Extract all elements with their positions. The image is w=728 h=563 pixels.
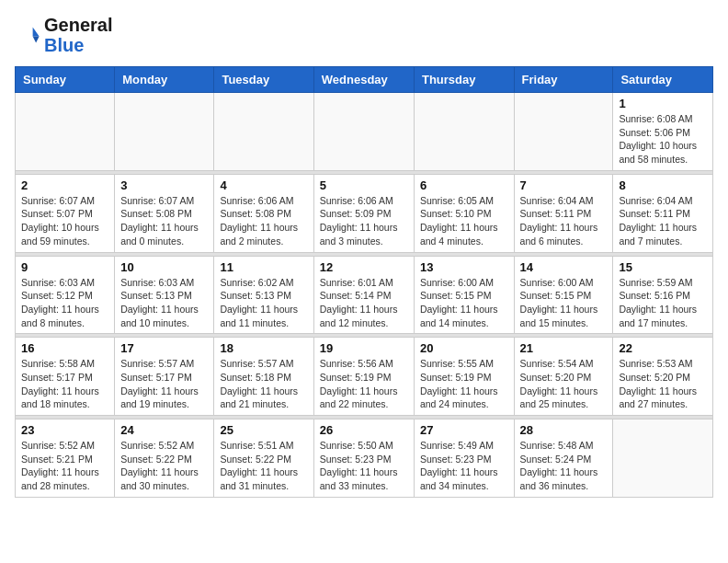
calendar-cell [16,93,115,171]
calendar-cell: 27Sunrise: 5:49 AM Sunset: 5:23 PM Dayli… [414,419,514,498]
weekday-header-tuesday: Tuesday [214,67,313,93]
logo-icon [15,22,40,48]
day-number: 7 [520,178,608,192]
day-number: 20 [420,341,508,355]
calendar-cell: 21Sunrise: 5:54 AM Sunset: 5:20 PM Dayli… [514,338,613,416]
calendar-week-1: 1Sunrise: 6:08 AM Sunset: 5:06 PM Daylig… [16,93,713,171]
day-info: Sunrise: 6:01 AM Sunset: 5:14 PM Dayligh… [320,276,408,330]
day-info: Sunrise: 5:52 AM Sunset: 5:22 PM Dayligh… [120,439,208,493]
day-number: 19 [320,341,408,355]
day-info: Sunrise: 5:53 AM Sunset: 5:20 PM Dayligh… [619,357,707,411]
calendar-cell: 1Sunrise: 6:08 AM Sunset: 5:06 PM Daylig… [613,93,713,171]
weekday-header-monday: Monday [115,67,214,93]
calendar-cell: 22Sunrise: 5:53 AM Sunset: 5:20 PM Dayli… [613,338,713,416]
day-info: Sunrise: 5:49 AM Sunset: 5:23 PM Dayligh… [420,439,508,493]
day-info: Sunrise: 6:06 AM Sunset: 5:09 PM Dayligh… [320,194,408,248]
calendar-week-3: 9Sunrise: 6:03 AM Sunset: 5:12 PM Daylig… [16,256,713,334]
svg-marker-0 [33,28,40,37]
day-number: 5 [320,178,408,192]
calendar-cell: 13Sunrise: 6:00 AM Sunset: 5:15 PM Dayli… [414,256,514,334]
day-number: 16 [21,341,108,355]
calendar-header-row: SundayMondayTuesdayWednesdayThursdayFrid… [16,67,713,93]
calendar-cell: 12Sunrise: 6:01 AM Sunset: 5:14 PM Dayli… [313,256,414,334]
calendar-cell: 3Sunrise: 6:07 AM Sunset: 5:08 PM Daylig… [115,174,214,252]
calendar-cell: 25Sunrise: 5:51 AM Sunset: 5:22 PM Dayli… [214,419,313,498]
day-info: Sunrise: 6:00 AM Sunset: 5:15 PM Dayligh… [420,276,508,330]
day-number: 23 [21,423,108,437]
calendar-cell: 19Sunrise: 5:56 AM Sunset: 5:19 PM Dayli… [313,338,414,416]
calendar-cell [115,93,214,171]
calendar-cell: 26Sunrise: 5:50 AM Sunset: 5:23 PM Dayli… [313,419,414,498]
day-info: Sunrise: 5:56 AM Sunset: 5:19 PM Dayligh… [320,357,408,411]
day-info: Sunrise: 5:55 AM Sunset: 5:19 PM Dayligh… [420,357,508,411]
day-info: Sunrise: 5:57 AM Sunset: 5:18 PM Dayligh… [220,357,307,411]
day-number: 10 [120,260,208,274]
calendar-table: SundayMondayTuesdayWednesdayThursdayFrid… [15,66,713,498]
calendar-cell: 28Sunrise: 5:48 AM Sunset: 5:24 PM Dayli… [514,419,613,498]
calendar-cell: 23Sunrise: 5:52 AM Sunset: 5:21 PM Dayli… [16,419,115,498]
calendar-cell: 20Sunrise: 5:55 AM Sunset: 5:19 PM Dayli… [414,338,514,416]
day-info: Sunrise: 6:03 AM Sunset: 5:13 PM Dayligh… [120,276,208,330]
day-info: Sunrise: 6:07 AM Sunset: 5:08 PM Dayligh… [120,194,208,248]
weekday-header-wednesday: Wednesday [313,67,414,93]
calendar-cell [613,419,713,498]
calendar-cell: 24Sunrise: 5:52 AM Sunset: 5:22 PM Dayli… [115,419,214,498]
day-info: Sunrise: 6:04 AM Sunset: 5:11 PM Dayligh… [619,194,707,248]
calendar-cell: 6Sunrise: 6:05 AM Sunset: 5:10 PM Daylig… [414,174,514,252]
day-number: 12 [320,260,408,274]
day-info: Sunrise: 5:50 AM Sunset: 5:23 PM Dayligh… [320,439,408,493]
day-info: Sunrise: 6:07 AM Sunset: 5:07 PM Dayligh… [21,194,108,248]
calendar-cell: 5Sunrise: 6:06 AM Sunset: 5:09 PM Daylig… [313,174,414,252]
calendar-cell [313,93,414,171]
calendar-cell: 2Sunrise: 6:07 AM Sunset: 5:07 PM Daylig… [16,174,115,252]
day-info: Sunrise: 6:03 AM Sunset: 5:12 PM Dayligh… [21,276,108,330]
calendar-cell [414,93,514,171]
day-number: 21 [520,341,608,355]
calendar-cell: 9Sunrise: 6:03 AM Sunset: 5:12 PM Daylig… [16,256,115,334]
calendar-cell: 15Sunrise: 5:59 AM Sunset: 5:16 PM Dayli… [613,256,713,334]
calendar-week-4: 16Sunrise: 5:58 AM Sunset: 5:17 PM Dayli… [16,338,713,416]
day-number: 9 [21,260,108,274]
day-info: Sunrise: 5:59 AM Sunset: 5:16 PM Dayligh… [619,276,707,330]
day-info: Sunrise: 5:54 AM Sunset: 5:20 PM Dayligh… [520,357,608,411]
calendar-cell [514,93,613,171]
header: General Blue [15,15,713,55]
day-number: 6 [420,178,508,192]
day-number: 1 [619,97,707,110]
calendar-cell: 17Sunrise: 5:57 AM Sunset: 5:17 PM Dayli… [115,338,214,416]
day-number: 28 [520,423,608,437]
day-number: 26 [320,423,408,437]
weekday-header-thursday: Thursday [414,67,514,93]
day-number: 17 [120,341,208,355]
day-number: 13 [420,260,508,274]
calendar-cell: 10Sunrise: 6:03 AM Sunset: 5:13 PM Dayli… [115,256,214,334]
day-number: 18 [220,341,307,355]
svg-marker-1 [33,36,40,42]
day-number: 24 [120,423,208,437]
day-info: Sunrise: 5:51 AM Sunset: 5:22 PM Dayligh… [220,439,307,493]
day-info: Sunrise: 6:02 AM Sunset: 5:13 PM Dayligh… [220,276,307,330]
day-info: Sunrise: 5:48 AM Sunset: 5:24 PM Dayligh… [520,439,608,493]
day-number: 3 [120,178,208,192]
day-number: 8 [619,178,707,192]
day-number: 2 [21,178,108,192]
day-info: Sunrise: 5:52 AM Sunset: 5:21 PM Dayligh… [21,439,108,493]
calendar-cell [214,93,313,171]
day-number: 4 [220,178,307,192]
day-number: 25 [220,423,307,437]
calendar-cell: 7Sunrise: 6:04 AM Sunset: 5:11 PM Daylig… [514,174,613,252]
day-info: Sunrise: 6:04 AM Sunset: 5:11 PM Dayligh… [520,194,608,248]
day-info: Sunrise: 6:05 AM Sunset: 5:10 PM Dayligh… [420,194,508,248]
day-info: Sunrise: 6:06 AM Sunset: 5:08 PM Dayligh… [220,194,307,248]
day-number: 22 [619,341,707,355]
calendar-cell: 14Sunrise: 6:00 AM Sunset: 5:15 PM Dayli… [514,256,613,334]
day-info: Sunrise: 6:08 AM Sunset: 5:06 PM Dayligh… [619,112,707,167]
calendar-week-5: 23Sunrise: 5:52 AM Sunset: 5:21 PM Dayli… [16,419,713,498]
day-info: Sunrise: 5:57 AM Sunset: 5:17 PM Dayligh… [120,357,208,411]
weekday-header-sunday: Sunday [16,67,115,93]
calendar-cell: 4Sunrise: 6:06 AM Sunset: 5:08 PM Daylig… [214,174,313,252]
calendar-cell: 8Sunrise: 6:04 AM Sunset: 5:11 PM Daylig… [613,174,713,252]
weekday-header-saturday: Saturday [613,67,713,93]
day-number: 14 [520,260,608,274]
logo: General Blue [15,15,112,55]
